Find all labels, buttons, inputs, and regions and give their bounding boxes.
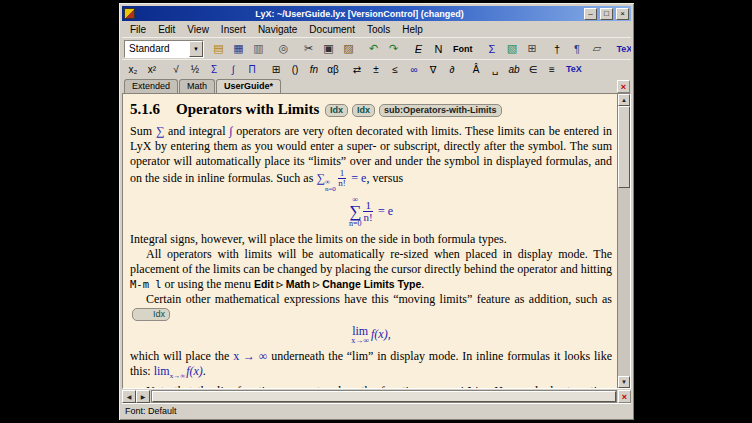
horizontal-scrollbar[interactable]: ◀ ▶ × [122, 390, 631, 403]
copy-icon[interactable]: ▣ [319, 40, 338, 58]
menu-edit[interactable]: Edit [152, 23, 181, 36]
vertical-scroll-track[interactable] [618, 106, 630, 376]
scroll-right-icon[interactable]: ▶ [136, 390, 150, 403]
partial-icon[interactable]: ∂ [443, 61, 461, 77]
paragraph[interactable]: Note that the lim-function was entered a… [130, 384, 612, 388]
inline-math[interactable]: x → ∞ [233, 349, 267, 363]
menu-view[interactable]: View [181, 23, 215, 36]
nabla-icon[interactable]: ∇ [424, 61, 442, 77]
chevron-down-icon[interactable]: ▼ [189, 41, 203, 57]
status-bar: Font: Default [122, 403, 631, 417]
relations-icon[interactable]: ≤ [386, 61, 404, 77]
insert-graphics-icon[interactable]: ▧ [503, 40, 522, 58]
tex-math-icon[interactable]: TeX [562, 61, 586, 77]
tab-bar: Extended Math UserGuide* × [122, 78, 631, 93]
subscript-icon[interactable]: x₂ [124, 61, 142, 77]
paragraph[interactable]: Certain other mathematical expressions h… [130, 292, 612, 322]
find-icon[interactable]: ◎ [274, 40, 293, 58]
tab-math[interactable]: Math [179, 79, 215, 93]
tab-userguide[interactable]: UserGuide* [216, 79, 281, 93]
body-text: and integral [164, 124, 229, 138]
greek-icon[interactable]: αβ [324, 61, 342, 77]
label-inset[interactable]: sub:Operators-with-Limits [379, 104, 502, 117]
noun-icon[interactable]: N [429, 40, 448, 58]
redo-icon[interactable]: ↷ [384, 40, 403, 58]
element-icon[interactable]: ∈ [524, 61, 542, 77]
scroll-up-icon[interactable]: ▲ [618, 94, 630, 106]
inline-formula[interactable]: limx→∞f(x) [154, 364, 203, 378]
keyboard-shortcut: M-m l [130, 278, 162, 290]
font-dialog-icon[interactable]: Font [449, 40, 477, 58]
save-icon[interactable]: ▦ [229, 40, 248, 58]
operators-icon[interactable]: ± [367, 61, 385, 77]
index-inset[interactable]: Idx [325, 104, 348, 117]
menu-help[interactable]: Help [396, 23, 429, 36]
float-icon[interactable]: ▱ [588, 40, 607, 58]
decorations-icon[interactable]: Â [467, 61, 485, 77]
menu-navigate[interactable]: Navigate [252, 23, 303, 36]
document-canvas[interactable]: 5.1.6Operators with Limits IdxIdxsub:Ope… [123, 94, 617, 388]
style-icon[interactable]: ab [505, 61, 523, 77]
spacing-icon[interactable]: ␣ [486, 61, 504, 77]
close-button[interactable]: × [616, 8, 629, 20]
maximize-button[interactable]: □ [600, 8, 613, 20]
vertical-scroll-thumb[interactable] [618, 106, 630, 188]
menu-insert[interactable]: Insert [215, 23, 252, 36]
paragraph-style-value: Standard [129, 43, 170, 54]
product-icon[interactable]: Π [243, 61, 261, 77]
inline-formula[interactable]: ∑∞n=01n! = e [316, 171, 366, 185]
tab-extended[interactable]: Extended [124, 79, 178, 93]
paragraph[interactable]: which will place the x → ∞ underneath th… [130, 349, 612, 384]
horizontal-scroll-track[interactable] [151, 390, 617, 403]
paragraph[interactable]: All operators with limits will be automa… [130, 247, 612, 292]
display-formula[interactable]: limx→∞f(x), [130, 325, 612, 345]
matrix-icon[interactable]: ⊞ [267, 61, 285, 77]
paste-icon[interactable]: ▨ [339, 40, 358, 58]
sum-icon[interactable]: Σ [205, 61, 223, 77]
paragraph-style-selector[interactable]: Standard ▼ [124, 40, 204, 58]
functions-icon[interactable]: fn [305, 61, 323, 77]
vertical-scrollbar[interactable]: ▲ ▼ [617, 94, 630, 388]
section-number: 5.1.6 [130, 101, 160, 117]
main-toolbar-icons: ▤ ▦ ▥ ◎ ✂ ▣ ▨ ↶ ↷ E N Font [209, 40, 631, 58]
scroll-down-icon[interactable]: ▼ [618, 376, 630, 388]
paragraph[interactable]: Integral signs, however, will place the … [130, 232, 612, 247]
index-inset[interactable]: Idx [132, 308, 170, 321]
footnote-icon[interactable]: † [548, 40, 567, 58]
misc-symbols-icon[interactable]: ∞ [405, 61, 423, 77]
close-view-icon-bottom[interactable]: × [618, 390, 631, 403]
macro-name: \lim [461, 385, 486, 388]
insert-table-icon[interactable]: ⊞ [523, 40, 542, 58]
menu-file[interactable]: File [124, 23, 152, 36]
integral-icon[interactable]: ∫ [224, 61, 242, 77]
print-icon[interactable]: ▥ [249, 40, 268, 58]
cut-icon[interactable]: ✂ [299, 40, 318, 58]
display-formula[interactable]: ∞∑n=01n! = e [130, 196, 612, 228]
section-heading: 5.1.6Operators with Limits IdxIdxsub:Ope… [130, 102, 612, 117]
body-text: Sum [130, 124, 156, 138]
emphasis-icon[interactable]: E [409, 40, 428, 58]
margin-note-icon[interactable]: ¶ [568, 40, 587, 58]
menu-path: Edit ▷ Math ▷ Change Limits Type [254, 278, 421, 290]
paragraph[interactable]: Sum ∑ and integral ∫ operators are very … [130, 124, 612, 193]
minimize-button[interactable]: – [584, 8, 597, 20]
open-icon[interactable]: ▤ [209, 40, 228, 58]
superscript-icon[interactable]: x² [143, 61, 161, 77]
menu-tools[interactable]: Tools [361, 23, 396, 36]
undo-icon[interactable]: ↶ [364, 40, 383, 58]
delimiters-icon[interactable]: () [286, 61, 304, 77]
index-inset[interactable]: Idx [352, 104, 375, 117]
scroll-left-icon[interactable]: ◀ [122, 390, 136, 403]
sqrt-icon[interactable]: √ [167, 61, 185, 77]
menu-document[interactable]: Document [303, 23, 361, 36]
equiv-icon[interactable]: ≡ [543, 61, 561, 77]
body-text: which will place the [130, 349, 233, 363]
arrows-icon[interactable]: ⇄ [348, 61, 366, 77]
math-mode-icon[interactable]: Σ [483, 40, 502, 58]
tex-icon[interactable]: TeX [613, 40, 632, 58]
title-bar[interactable]: LyX: ~/UserGuide.lyx [VersionControl] (c… [122, 6, 631, 21]
fraction-icon[interactable]: ½ [186, 61, 204, 77]
close-view-icon[interactable]: × [617, 80, 630, 93]
horizontal-scroll-thumb[interactable] [152, 391, 616, 402]
window-title: LyX: ~/UserGuide.lyx [VersionControl] (c… [138, 9, 581, 19]
